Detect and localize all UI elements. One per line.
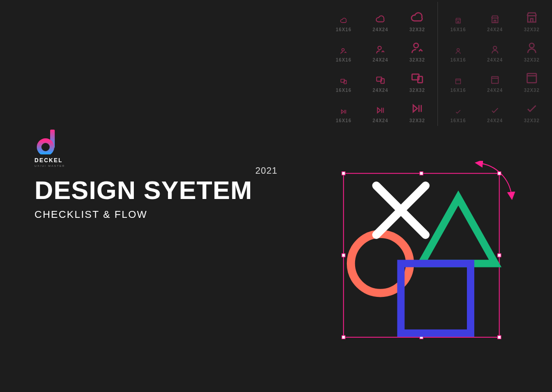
check-icon	[490, 105, 500, 115]
size-label: 24X24	[487, 118, 503, 123]
svg-rect-27	[498, 335, 501, 339]
selection-bounding-box	[344, 173, 500, 337]
icon-cell: 32X32	[405, 11, 429, 32]
hero-block: DECKEL UX/UI MASTER 2021 DESIGN SYETEM C…	[34, 129, 253, 221]
window-icon	[525, 71, 539, 85]
icon-row: 16X16 24X24 32X32	[332, 2, 429, 32]
svg-rect-17	[456, 79, 461, 84]
play-pause-icon	[340, 108, 347, 115]
icon-row: 16X16 24X24 32X32	[446, 2, 544, 32]
icon-row: 16X16 24X24 32X32	[332, 62, 429, 93]
icon-cell: 24X24	[483, 105, 507, 123]
devices-icon	[375, 75, 385, 85]
icon-cell: 32X32	[405, 41, 429, 62]
storefront-icon	[490, 14, 500, 24]
icon-grid-left: 16X16 24X24 32X32 16X16 24X24	[323, 2, 437, 124]
size-label: 32X32	[409, 118, 425, 123]
devices-icon	[340, 78, 347, 85]
size-label: 24X24	[373, 57, 388, 62]
shape-cross-icon	[376, 186, 426, 235]
icon-cell: 24X24	[483, 45, 507, 62]
user-check-icon	[375, 45, 385, 55]
icon-cell: 24X24	[368, 45, 392, 62]
svg-rect-22	[498, 172, 501, 175]
cloud-icon	[340, 17, 347, 24]
icon-cell: 24X24	[368, 105, 392, 123]
icon-cell: 32X32	[520, 41, 544, 62]
size-label: 32X32	[409, 88, 425, 93]
shape-square-icon	[401, 263, 471, 333]
size-label: 16X16	[336, 27, 351, 32]
svg-point-16	[529, 43, 534, 48]
size-label: 24X24	[373, 118, 388, 123]
play-pause-icon	[375, 105, 385, 115]
devices-icon	[410, 71, 424, 85]
size-label: 32X32	[524, 88, 540, 93]
storefront-icon	[525, 11, 539, 24]
svg-rect-25	[342, 335, 345, 339]
person-icon	[454, 47, 462, 55]
svg-point-1	[39, 141, 52, 153]
cloud-icon	[375, 14, 385, 24]
selection-handles	[342, 172, 501, 339]
user-check-icon	[410, 41, 424, 55]
icon-row: 16X16 24X24 32X32	[332, 93, 429, 123]
size-label: 24X24	[487, 27, 503, 32]
size-label: 32X32	[524, 27, 540, 32]
brand-name: DECKEL	[34, 157, 63, 164]
size-label: 24X24	[487, 57, 503, 62]
page-subtitle: CHECKLIST & FLOW	[34, 209, 253, 221]
brand-logo-icon	[34, 129, 60, 154]
size-label: 24X24	[373, 88, 388, 93]
icon-cell: 24X24	[483, 14, 507, 32]
size-label: 16X16	[336, 57, 351, 62]
size-label: 32X32	[409, 57, 425, 62]
svg-point-2	[342, 49, 344, 51]
icon-cell: 16X16	[332, 17, 356, 32]
page-title: DESIGN SYETEM	[34, 177, 253, 203]
svg-line-29	[376, 186, 426, 235]
play-pause-icon	[410, 102, 424, 115]
icon-cell: 24X24	[483, 75, 507, 93]
svg-rect-18	[492, 77, 499, 84]
icon-row: 16X16 24X24 32X32	[446, 62, 544, 93]
svg-point-4	[414, 43, 419, 48]
svg-point-14	[457, 49, 459, 51]
icon-cell: 32X32	[520, 11, 544, 32]
icon-cell: 16X16	[446, 17, 470, 32]
shape-circle-icon	[351, 234, 410, 293]
hero-artwork	[331, 161, 520, 354]
svg-rect-21	[420, 172, 423, 175]
size-label: 16X16	[336, 118, 351, 123]
icon-cell: 32X32	[520, 102, 544, 123]
rotate-arc-icon	[479, 163, 512, 196]
icon-cell: 32X32	[520, 71, 544, 93]
svg-line-28	[376, 186, 426, 235]
size-label: 24X24	[373, 27, 388, 32]
icon-row: 16X16 24X24 32X32	[446, 93, 544, 123]
icon-cell: 16X16	[446, 108, 470, 123]
svg-point-3	[378, 46, 381, 50]
icon-cell: 24X24	[368, 75, 392, 93]
icon-size-grids: 16X16 24X24 32X32 16X16 24X24	[323, 0, 552, 124]
svg-point-15	[493, 46, 496, 50]
icon-cell: 32X32	[405, 71, 429, 93]
brand-lockup: DECKEL UX/UI MASTER	[34, 129, 253, 167]
size-label: 32X32	[409, 27, 425, 32]
icon-cell: 32X32	[405, 102, 429, 123]
year-label: 2021	[255, 165, 278, 176]
shape-triangle-icon	[421, 198, 495, 264]
size-label: 24X24	[487, 88, 503, 93]
check-icon	[454, 108, 462, 115]
icon-row: 16X16 24X24 32X32	[332, 32, 429, 62]
svg-rect-20	[342, 172, 345, 175]
person-icon	[525, 41, 539, 55]
svg-rect-19	[527, 74, 536, 83]
window-icon	[454, 78, 462, 85]
svg-rect-26	[420, 335, 423, 339]
icon-cell: 16X16	[332, 47, 356, 62]
user-check-icon	[340, 47, 347, 55]
icon-row: 16X16 24X24 32X32	[446, 32, 544, 62]
person-icon	[490, 45, 500, 55]
check-icon	[525, 102, 539, 115]
